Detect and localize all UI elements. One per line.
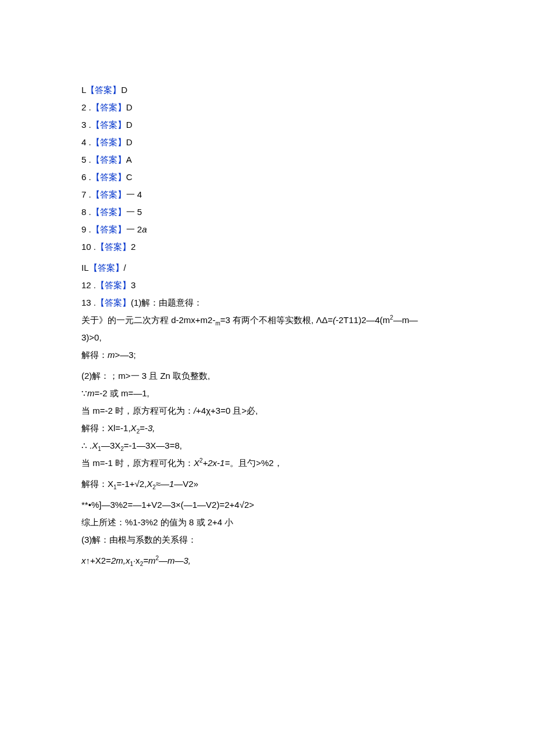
answer-line: 7 .【答案】一 4 [81,186,454,203]
answer-label: 【答案】 [96,298,131,307]
text-line: ∴ .X1—3X2=-1—3X—3=8, [81,437,454,454]
answer-line: 9 .【答案】一 2a [81,221,454,238]
text-line: x↑+X2=2m,x1·x2=m2—m—3, [81,552,454,569]
text-line: 当 m=-1 时，原方程可化为：X2+2x-1=。且勺>%2， [81,454,454,472]
document-page: L【答案】D2 .【答案】D3 .【答案】D4 .【答案】D5 .【答案】A6 … [0,0,454,604]
answer-line: IL【答案】/ [81,259,454,277]
text-line: 解得：m>—3; [81,346,454,364]
text-line: (3)解：由根与系数的关系得： [81,531,454,549]
answer-label: 【答案】 [91,120,126,130]
text-line: 3)>0, [81,329,454,346]
answer-label: 【答案】 [91,207,126,217]
text-line: 解得：X1=-1+√2,X2≈—1—V2» [81,475,454,493]
answer-label: 【答案】 [96,280,131,290]
answer-label: 【答案】 [91,137,126,147]
answer-line: 3 .【答案】D [81,116,454,134]
answer-line: 10 .【答案】2 [81,238,454,256]
text-line: (2)解：；m>一 3 且 Zn 取负整数, [81,367,454,385]
text-line: 关于》的一元二次方程 d-2mx+m2-m=3 有两个不相等实数根, ΛΔ=(-… [81,311,454,329]
text-line: 当 m=-2 时，原方程可化为：/+4χ+3=0 且>必, [81,402,454,420]
answer-label: 【答案】 [91,155,126,164]
answer-line: 5 .【答案】A [81,151,454,169]
answer-label: 【答案】 [86,85,121,95]
answer-line: 13 .【答案】(1)解：由题意得： [81,294,454,311]
answer-label: 【答案】 [91,224,126,234]
answer-line: 2 .【答案】D [81,99,454,116]
answer-label: 【答案】 [91,102,126,112]
answer-label: 【答案】 [96,242,131,252]
answer-line: 6 .【答案】C [81,169,454,186]
document-content: L【答案】D2 .【答案】D3 .【答案】D4 .【答案】D5 .【答案】A6 … [81,81,454,569]
text-line: 综上所述：%1-3%2 的值为 8 或 2+4 小 [81,514,454,531]
answer-label: 【答案】 [91,189,126,199]
answer-line: 12 .【答案】3 [81,277,454,294]
answer-label: 【答案】 [89,263,124,273]
answer-label: 【答案】 [91,172,126,182]
text-line: ∵m=-2 或 m=—1, [81,385,454,402]
text-line: 解得：Xl=-1,X2=-3, [81,420,454,437]
answer-line: L【答案】D [81,81,454,99]
answer-line: 8 .【答案】一 5 [81,203,454,221]
text-line: **•%]—3%2=—1+V2—3×(—1—V2)=2+4√2> [81,496,454,514]
answer-line: 4 .【答案】D [81,134,454,151]
